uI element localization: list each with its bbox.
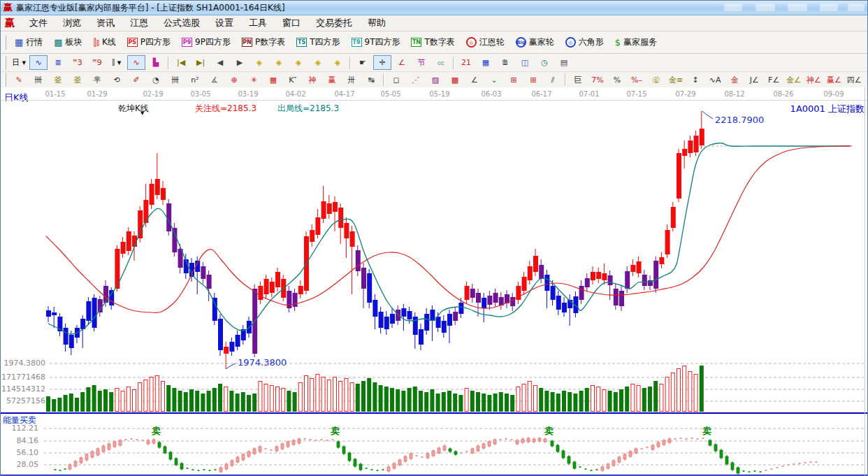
candle-style-dropdown[interactable]: ⫿ ▾	[108, 55, 126, 70]
red-grid-tool-2[interactable]: ⊞	[524, 73, 542, 87]
toolbar-grip[interactable]	[3, 56, 6, 70]
menu-item-9[interactable]: 帮助	[360, 15, 393, 31]
clock-disk-button[interactable]: ◷	[535, 55, 554, 70]
span-arrows-tool[interactable]: ↹	[362, 73, 380, 87]
box-tool[interactable]: ◻	[387, 73, 405, 87]
menu-item-1[interactable]: 浏览	[55, 15, 89, 31]
toolbar-grip[interactable]	[3, 36, 6, 50]
sector-blocks-button[interactable]: ▩板块	[48, 34, 87, 51]
save-button[interactable]: ◫	[516, 55, 534, 70]
spiral-tool[interactable]: ⟲	[108, 73, 126, 87]
vertical-measure-tool[interactable]: ↕	[686, 73, 704, 87]
hand-tool-button[interactable]: ☛	[354, 55, 372, 70]
menu-item-0[interactable]: 文件	[22, 15, 55, 31]
first-bar-button[interactable]: |◀	[172, 55, 190, 70]
pencil-tool[interactable]: ✎	[10, 73, 28, 87]
next-bar-button[interactable]: ▶	[231, 55, 249, 70]
circle-cross-tool[interactable]: ⊕	[225, 73, 243, 87]
gold-circle-tool[interactable]: ㊎	[647, 73, 665, 87]
9p-square-button[interactable]: P99P四方形	[176, 34, 236, 51]
kline-candle-button[interactable]: ⫿⫾K线	[88, 34, 122, 51]
fence-tool-2[interactable]: 卌	[166, 73, 185, 87]
f-angle-tool[interactable]: F∠	[765, 73, 783, 87]
menu-item-7[interactable]: 窗口	[275, 15, 308, 31]
cc-tool-button[interactable]: ㏄	[432, 55, 450, 70]
square-target-tool[interactable]: ▦	[264, 73, 282, 87]
gold-angle-tool[interactable]: 金∠	[784, 73, 803, 87]
prev-bar-button[interactable]: ◀	[211, 55, 229, 70]
fan-box-tool[interactable]: ▨	[426, 73, 444, 87]
calculator-button[interactable]: ▦	[477, 55, 495, 70]
ying-tool[interactable]: 赢	[323, 73, 341, 87]
p-number-table-button[interactable]: PNP数字表	[236, 34, 291, 51]
shen-tool[interactable]: 神	[303, 73, 321, 87]
title-bar[interactable]: 赢 赢家江恩专业版[赢家内部服务平台] - [上证指数 SH1A0001-164…	[1, 1, 868, 15]
gann-fan-tool[interactable]: ⋰	[407, 73, 425, 87]
angle-lines-tool[interactable]: ∠	[465, 73, 484, 87]
grid-tall-tool[interactable]: 卅	[342, 73, 361, 87]
four-angle-tool[interactable]: 四∠	[845, 73, 864, 87]
bars-9-button[interactable]: ꟸ9	[88, 55, 106, 70]
star-circle-tool[interactable]: ✳	[245, 73, 263, 87]
p-square-button[interactable]: PSP四方形	[122, 34, 176, 51]
notes-button[interactable]: 🗎	[496, 55, 514, 70]
red-grid-tool-1[interactable]: ⊞	[505, 73, 523, 87]
seven-percent-tool[interactable]: 7%	[588, 73, 607, 87]
percent-tool[interactable]: %	[608, 73, 626, 87]
gold-tool-1[interactable]: 釜	[49, 73, 67, 87]
quote-grid-button[interactable]: ▦行情	[9, 34, 48, 51]
gold-lines-tool[interactable]: 金≡	[667, 73, 685, 87]
shen-angle-tool[interactable]: 神∠	[804, 73, 823, 87]
diamond-both-button[interactable]: ◈	[289, 55, 308, 70]
v-check-tool[interactable]: ⌄	[485, 73, 503, 87]
winner-service-button[interactable]: $赢家服务	[609, 34, 663, 51]
period-daily-dropdown[interactable]: 日 ▾	[10, 55, 28, 70]
diamond-x-button[interactable]: ◈	[309, 55, 327, 70]
fence-tool-1[interactable]: 卌	[29, 73, 48, 87]
crosshair-tool-button[interactable]: ✛	[373, 55, 391, 70]
pencil-chart-tool[interactable]: ✐	[127, 73, 145, 87]
chart-area[interactable]: 卖卖卖卖 日K线 01-1501-2902-1903-0503-1904-020…	[1, 87, 868, 476]
k-quote-tool[interactable]: K″	[284, 73, 302, 87]
diamond-star-button[interactable]: ◈	[328, 55, 347, 70]
t-square-button[interactable]: TST四方形	[291, 34, 345, 51]
calendar-21-button[interactable]: 21	[457, 55, 475, 70]
menu-item-3[interactable]: 江恩	[122, 15, 156, 31]
9t-square-button[interactable]: T99T四方形	[346, 34, 406, 51]
percent-line-tool[interactable]: %–	[628, 73, 646, 87]
gold-tool-2[interactable]: 釜	[68, 73, 87, 87]
parallel-lines-tool[interactable]: ⫽	[544, 73, 562, 87]
t-number-table-button[interactable]: TNT数字表	[405, 34, 460, 51]
menu-item-4[interactable]: 公式选股	[156, 15, 208, 31]
menu-item-6[interactable]: 工具	[241, 15, 275, 31]
menu-item-2[interactable]: 资讯	[89, 15, 122, 31]
time-circle-tool[interactable]: ◔	[147, 73, 165, 87]
gold-box-tool[interactable]: 金	[725, 73, 744, 87]
bars-3-button[interactable]: ꟸ3	[68, 55, 87, 70]
kline-plot[interactable]: 卖卖卖卖	[1, 87, 868, 476]
festival-tool-button[interactable]: 节	[412, 55, 431, 70]
ying-angle-tool[interactable]: 赢∠	[825, 73, 844, 87]
j-angle-tool[interactable]: J∠	[745, 73, 763, 87]
gann-wheel-button[interactable]: ◎江恩轮	[461, 34, 510, 51]
diamond-left-button[interactable]: ◈	[250, 55, 268, 70]
angle-measure-tool[interactable]: ∡	[205, 73, 224, 87]
histogram-button[interactable]: ▙	[147, 55, 165, 70]
wave-a-tool[interactable]: ∿A	[706, 73, 724, 87]
menu-item-8[interactable]: 交易委托	[308, 15, 360, 31]
info-doc-button[interactable]: ≣	[49, 55, 67, 70]
hexagon-button[interactable]: ◎六角形	[560, 34, 609, 51]
winner-wheel-button[interactable]: Big赢家轮	[510, 34, 560, 51]
net-box-tool[interactable]: ▩	[446, 73, 464, 87]
print-button[interactable]: ▤	[555, 55, 573, 70]
f-grid-tool[interactable]: 芈	[88, 73, 106, 87]
n-squared-tool[interactable]: n²	[186, 73, 204, 87]
red-wave-button[interactable]: ∿	[127, 55, 145, 70]
angle-tool-button[interactable]: ∠	[393, 55, 411, 70]
menu-item-5[interactable]: 设置	[208, 15, 241, 31]
last-bar-button[interactable]: ▶|	[191, 55, 210, 70]
toolbar-grip[interactable]	[3, 73, 6, 87]
ruler-tool[interactable]: 巨	[569, 73, 587, 87]
qiankun-wave-button[interactable]: ∿	[29, 55, 48, 70]
diamond-right-button[interactable]: ◈	[270, 55, 288, 70]
